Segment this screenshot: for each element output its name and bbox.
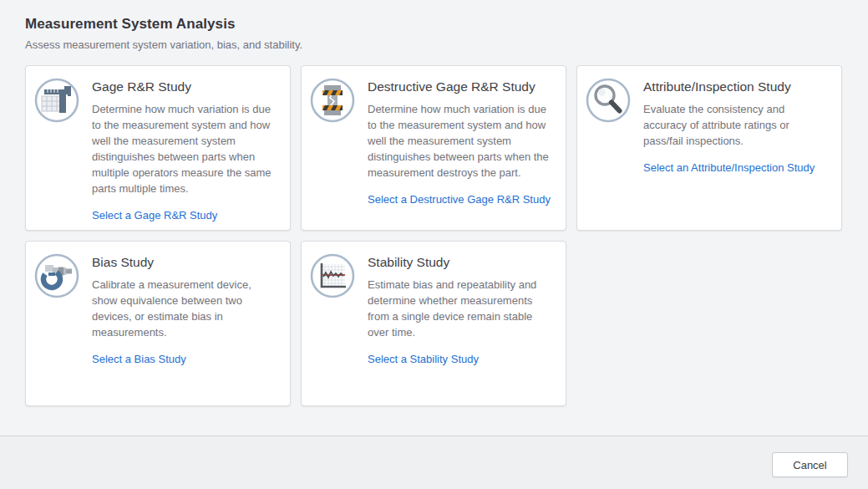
card-description-stability: Estimate bias and repeatability and dete… <box>368 277 554 340</box>
card-gage-rr-study: Gage R&R Study Determine how much variat… <box>25 65 291 231</box>
page-title: Measurement System Analysis <box>25 14 843 34</box>
page-subtitle: Assess measurement system variation, bia… <box>25 37 843 53</box>
select-attribute-inspection-link[interactable]: Select an Attribute/Inspection Study <box>643 160 815 175</box>
card-title-gage-rr: Gage R&R Study <box>92 78 278 96</box>
micrometer-icon <box>34 253 79 298</box>
select-bias-link[interactable]: Select a Bias Study <box>92 352 186 366</box>
card-description-gage-rr: Determine how much variation is due to t… <box>92 101 278 196</box>
card-description-destructive-gage-rr: Determine how much variation is due to t… <box>368 101 554 181</box>
page-header: Measurement System Analysis Assess measu… <box>0 0 868 53</box>
card-title-attribute-inspection: Attribute/Inspection Study <box>643 78 830 96</box>
card-title-stability: Stability Study <box>368 253 554 272</box>
footer-bar: Cancel <box>0 436 868 489</box>
card-attribute-inspection-study: Attribute/Inspection Study Evaluate the … <box>576 65 842 231</box>
card-bias-study: Bias Study Calibrate a measurement devic… <box>25 241 291 406</box>
cancel-button[interactable]: Cancel <box>772 452 848 477</box>
card-stability-study: Stability Study Estimate bias and repeat… <box>301 241 566 406</box>
control-chart-icon <box>310 253 355 298</box>
card-description-bias: Calibrate a measurement device, show equ… <box>92 277 278 340</box>
select-gage-rr-link[interactable]: Select a Gage R&R Study <box>92 208 217 222</box>
card-title-destructive-gage-rr: Destructive Gage R&R Study <box>368 78 554 96</box>
destructive-test-icon <box>310 78 355 123</box>
card-destructive-gage-rr-study: Destructive Gage R&R Study Determine how… <box>301 65 566 231</box>
select-destructive-gage-rr-link[interactable]: Select a Destructive Gage R&R Study <box>368 192 551 206</box>
select-stability-link[interactable]: Select a Stability Study <box>368 352 479 366</box>
magnifier-icon <box>586 78 631 123</box>
caliper-icon <box>34 78 79 123</box>
card-title-bias: Bias Study <box>92 253 278 272</box>
card-description-attribute-inspection: Evaluate the consistency and accuracy of… <box>643 101 830 149</box>
study-cards-grid: Gage R&R Study Determine how much variat… <box>25 65 868 406</box>
